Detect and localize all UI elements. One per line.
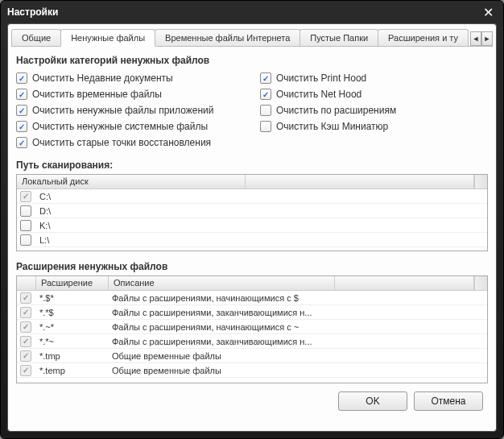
desc-cell: Файлы с расширениями, начинающимися с $ (109, 293, 487, 303)
extensions-list: Расширение Описание *.$* Файлы с расшире… (16, 275, 488, 383)
check-label: Очистить Net Hood (276, 89, 361, 100)
check-restore-points[interactable]: Очистить старые точки восстановления (16, 137, 244, 148)
check-label: Очистить Print Hood (276, 72, 366, 84)
table-row[interactable]: *.temp Общие временные файлы (17, 363, 487, 378)
checkbox-icon[interactable] (260, 72, 271, 84)
check-label: Очистить ненужные системные файлы (32, 121, 208, 132)
drive-label: L:\ (36, 235, 52, 245)
list-item[interactable]: K:\ (17, 218, 487, 233)
scan-list-body[interactable]: C:\ D:\ K:\ L:\ (17, 189, 487, 247)
check-label: Очистить Кэш Миниатюр (276, 121, 388, 132)
ext-list-header: Расширение Описание (17, 276, 487, 291)
check-app-junk[interactable]: Очистить ненужные файлы приложений (16, 105, 244, 116)
check-system-junk[interactable]: Очистить ненужные системные файлы (16, 121, 244, 132)
ext-cell: *.~* (36, 322, 109, 332)
check-temp-files[interactable]: Очистить временные файлы (16, 89, 244, 100)
desc-cell: Общие временные файлы (109, 366, 487, 375)
check-by-extension[interactable]: Очистить по расширениям (260, 105, 488, 116)
table-row[interactable]: *.$* Файлы с расширениями, начинающимися… (17, 291, 487, 305)
ext-cell: *.tmp (36, 351, 109, 361)
tab-strip: Общие Ненужные файлы Временные файлы Инт… (11, 27, 493, 47)
desc-cell: Файлы с расширениями, заканчивающимися н… (109, 308, 487, 317)
col-empty[interactable] (246, 175, 474, 188)
section-title: Настройки категорий ненужных файлов (16, 55, 488, 66)
tab-scroll-right-icon[interactable]: ► (481, 31, 493, 46)
ok-button[interactable]: OK (338, 391, 407, 411)
desc-cell: Файлы с расширениями, заканчивающимися н… (109, 337, 487, 346)
titlebar: Настройки ✕ (1, 1, 503, 23)
check-net-hood[interactable]: Очистить Net Hood (260, 89, 488, 100)
checkbox-icon[interactable] (16, 105, 27, 116)
table-row[interactable]: *.*$ Файлы с расширениями, заканчивающим… (17, 305, 487, 320)
tab-extensions[interactable]: Расширения и ту (378, 29, 469, 46)
ext-cell: *.*$ (36, 308, 109, 317)
drive-label: D:\ (36, 206, 54, 216)
col-description[interactable]: Описание (109, 276, 335, 290)
check-label: Очистить старые точки восстановления (32, 137, 211, 148)
tab-empty-folders[interactable]: Пустые Папки (300, 29, 378, 46)
list-item[interactable]: C:\ (17, 189, 487, 204)
tab-general[interactable]: Общие (11, 29, 61, 46)
checkbox-icon[interactable] (20, 336, 31, 347)
checkbox-icon[interactable] (260, 105, 271, 116)
ext-cell: *.temp (36, 366, 109, 375)
category-check-grid: Очистить Недавние документы Очистить Pri… (16, 72, 488, 148)
scan-path-list: Локальный диск C:\ D:\ K:\ (16, 174, 488, 251)
checkbox-icon[interactable] (16, 121, 27, 132)
checkbox-icon[interactable] (20, 191, 31, 202)
check-recent-docs[interactable]: Очистить Недавние документы (16, 72, 244, 84)
tab-internet-temp[interactable]: Временные файлы Интернета (155, 29, 300, 46)
window-title: Настройки (7, 6, 58, 18)
checkbox-icon[interactable] (20, 365, 31, 376)
checkbox-icon[interactable] (20, 234, 31, 246)
settings-window: Настройки ✕ Общие Ненужные файлы Временн… (0, 0, 504, 439)
col-local-disk[interactable]: Локальный диск (17, 175, 246, 188)
tab-junk-files[interactable]: Ненужные файлы (60, 29, 155, 47)
check-label: Очистить временные файлы (32, 89, 162, 100)
checkbox-icon[interactable] (16, 89, 27, 100)
check-thumb-cache[interactable]: Очистить Кэш Миниатюр (260, 121, 488, 132)
table-row[interactable]: *.~* Файлы с расширениями, начинающимися… (17, 320, 487, 334)
table-row[interactable]: *.*~ Файлы с расширениями, заканчивающим… (17, 334, 487, 349)
client-area: Общие Ненужные файлы Временные файлы Инт… (7, 23, 497, 432)
scan-list-header: Локальный диск (17, 175, 487, 189)
checkbox-icon[interactable] (16, 137, 27, 148)
checkbox-icon[interactable] (20, 205, 31, 217)
scrollbar-header (474, 175, 487, 188)
ext-cell: *.$* (36, 293, 109, 303)
desc-cell: Общие временные файлы (109, 351, 487, 361)
checkbox-icon[interactable] (20, 321, 31, 333)
desc-cell: Файлы с расширениями, начинающимися с ~ (109, 322, 487, 332)
scan-path-title: Путь сканирования: (16, 159, 488, 171)
close-icon[interactable]: ✕ (480, 5, 497, 20)
check-print-hood[interactable]: Очистить Print Hood (260, 72, 488, 84)
col-empty[interactable] (335, 276, 475, 290)
checkbox-icon[interactable] (16, 72, 27, 84)
checkbox-icon[interactable] (260, 121, 271, 132)
drive-label: C:\ (36, 192, 54, 201)
check-label: Очистить Недавние документы (32, 72, 173, 84)
ext-title: Расширения ненужных файлов (16, 261, 488, 272)
checkbox-icon[interactable] (20, 292, 31, 304)
table-row[interactable]: *.tmp Общие временные файлы (17, 349, 487, 363)
col-extension[interactable]: Расширение (36, 276, 109, 290)
check-label: Очистить по расширениям (276, 105, 396, 116)
list-item[interactable]: L:\ (17, 233, 487, 247)
tab-scroll-left-icon[interactable]: ◄ (470, 31, 481, 46)
ext-cell: *.*~ (36, 337, 109, 346)
col-check-header[interactable] (17, 276, 36, 290)
tab-scroll-buttons: ◄ ► (470, 31, 493, 46)
checkbox-icon[interactable] (20, 307, 31, 318)
drive-label: K:\ (36, 221, 53, 230)
tab-content: Настройки категорий ненужных файлов Очис… (11, 47, 493, 428)
ext-list-body[interactable]: *.$* Файлы с расширениями, начинающимися… (17, 291, 487, 378)
checkbox-icon[interactable] (20, 220, 31, 231)
list-item[interactable]: D:\ (17, 204, 487, 218)
scrollbar-header (474, 276, 487, 290)
check-label: Очистить ненужные файлы приложений (32, 105, 213, 116)
cancel-button[interactable]: Отмена (414, 391, 483, 411)
checkbox-icon[interactable] (260, 89, 271, 100)
dialog-footer: OK Отмена (16, 383, 488, 414)
checkbox-icon[interactable] (20, 350, 31, 362)
